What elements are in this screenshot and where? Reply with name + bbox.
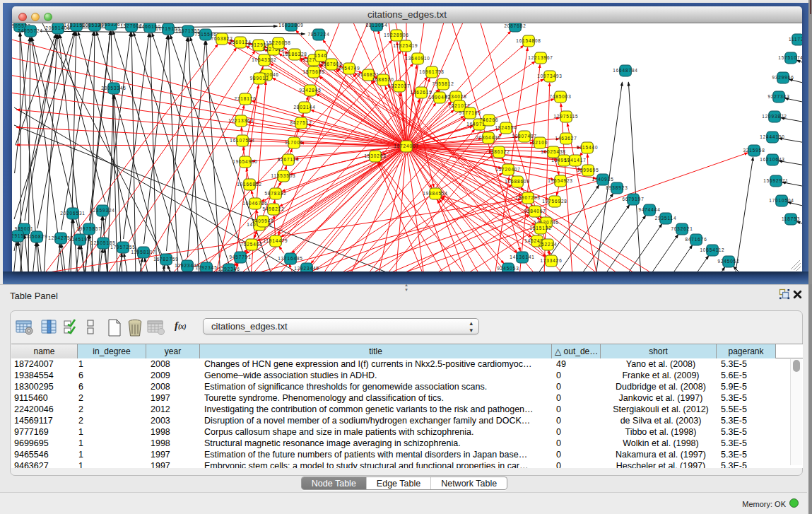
svg-text:11958107: 11958107	[131, 250, 155, 255]
svg-text:16033809: 16033809	[278, 23, 304, 28]
svg-text:5878332: 5878332	[264, 191, 286, 196]
svg-text:18907293: 18907293	[515, 195, 541, 200]
svg-text:15692971: 15692971	[763, 178, 789, 183]
svg-text:16782759: 16782759	[153, 257, 179, 262]
svg-text:19654950: 19654950	[233, 159, 258, 164]
svg-text:1941417: 1941417	[564, 158, 586, 163]
svg-text:10025438: 10025438	[541, 149, 566, 154]
svg-text:7386322: 7386322	[488, 149, 510, 154]
svg-text:16046766: 16046766	[242, 201, 268, 206]
svg-text:24055724: 24055724	[18, 28, 43, 33]
svg-text:15226058: 15226058	[266, 40, 291, 45]
svg-text:12975115: 12975115	[553, 114, 578, 119]
svg-text:111738: 111738	[789, 37, 802, 42]
svg-text:19166852: 19166852	[237, 182, 262, 187]
svg-text:11353503: 11353503	[271, 173, 295, 178]
svg-text:6679197: 6679197	[622, 197, 644, 201]
svg-text:252214: 252214	[539, 242, 558, 247]
svg-text:20364436: 20364436	[476, 135, 501, 140]
svg-text:9474444: 9474444	[638, 207, 660, 212]
svg-text:8938923: 8938923	[606, 185, 628, 190]
svg-text:28053346: 28053346	[101, 86, 126, 90]
svg-text:12359324: 12359324	[90, 208, 115, 213]
svg-text:9146821: 9146821	[357, 72, 379, 77]
svg-text:12093872: 12093872	[762, 114, 787, 119]
svg-text:9777169: 9777169	[459, 110, 481, 115]
svg-text:16154808: 16154808	[516, 38, 541, 43]
svg-text:7625402: 7625402	[240, 242, 262, 247]
svg-text:8267110: 8267110	[278, 157, 300, 162]
svg-text:7485003: 7485003	[549, 94, 571, 99]
svg-text:9329966: 9329966	[772, 75, 794, 80]
svg-text:10807487: 10807487	[512, 134, 537, 139]
svg-text:3215958: 3215958	[743, 148, 765, 153]
svg-text:19654923: 19654923	[548, 178, 573, 183]
svg-text:9384067: 9384067	[524, 209, 546, 214]
svg-text:1588520: 1588520	[372, 77, 394, 82]
svg-text:1322037: 1322037	[388, 83, 410, 88]
svg-text:1875685: 1875685	[302, 69, 324, 74]
svg-text:9245052: 9245052	[717, 259, 739, 264]
svg-text:2803144: 2803144	[293, 105, 315, 110]
svg-text:19975857: 19975857	[76, 226, 102, 231]
svg-text:1362615: 1362615	[410, 90, 432, 95]
svg-text:12923449: 12923449	[294, 266, 319, 271]
svg-text:2087682: 2087682	[504, 23, 526, 28]
svg-text:18186328: 18186328	[282, 52, 307, 57]
svg-text:18724007: 18724007	[394, 144, 419, 148]
svg-text:11325419: 11325419	[393, 43, 418, 48]
svg-text:8454749: 8454749	[338, 66, 360, 71]
svg-text:7632621: 7632621	[671, 226, 693, 231]
svg-text:10654112: 10654112	[700, 247, 724, 252]
svg-text:9734028: 9734028	[445, 94, 466, 99]
svg-text:16648784: 16648784	[613, 68, 638, 73]
svg-text:1292346: 1292346	[218, 267, 240, 271]
svg-text:5498222: 5498222	[262, 206, 284, 211]
svg-text:10688609: 10688609	[505, 179, 530, 184]
svg-text:989013: 989013	[250, 76, 269, 81]
svg-text:12213967: 12213967	[528, 55, 553, 60]
svg-text:9899695: 9899695	[577, 168, 599, 173]
svg-text:929157: 929157	[12, 233, 27, 238]
svg-text:10543362: 10543362	[252, 57, 277, 62]
svg-text:1292345: 1292345	[195, 265, 217, 270]
svg-text:9245053: 9245053	[497, 266, 519, 271]
svg-text:7857224: 7857224	[307, 32, 329, 37]
svg-text:746266: 746266	[480, 117, 499, 122]
svg-text:8427512: 8427512	[290, 120, 312, 125]
svg-text:9242845: 9242845	[299, 88, 321, 93]
svg-text:7955812: 7955812	[432, 81, 454, 86]
svg-text:1156829: 1156829	[26, 234, 48, 239]
svg-text:12444150: 12444150	[760, 134, 785, 139]
svg-text:13716485: 13716485	[278, 256, 303, 261]
svg-text:2718176: 2718176	[234, 96, 256, 101]
svg-text:14136141: 14136141	[510, 255, 535, 259]
svg-text:1145193: 1145193	[69, 237, 91, 242]
svg-text:12213363: 12213363	[228, 118, 254, 123]
svg-text:17957255: 17957255	[110, 245, 136, 250]
svg-text:11914479: 11914479	[263, 238, 288, 243]
svg-text:2935114: 2935114	[655, 216, 677, 221]
svg-text:16107554: 16107554	[230, 138, 255, 143]
svg-text:1733426: 1733426	[540, 258, 562, 263]
svg-text:15720407: 15720407	[495, 167, 521, 172]
svg-text:62100: 62100	[532, 140, 548, 145]
svg-text:17010504: 17010504	[769, 198, 794, 203]
svg-text:8471676: 8471676	[685, 237, 707, 242]
svg-text:9115440: 9115440	[577, 145, 599, 150]
svg-text:9227343: 9227343	[767, 94, 789, 99]
svg-text:10973493: 10973493	[537, 74, 563, 78]
svg-text:1463627: 1463627	[555, 136, 577, 141]
svg-text:19384554: 19384554	[423, 191, 448, 196]
svg-text:1530203: 1530203	[364, 153, 386, 158]
svg-text:19756928: 19756928	[542, 199, 567, 204]
svg-text:1824554: 1824554	[495, 125, 517, 130]
svg-text:1409948: 1409948	[252, 218, 273, 223]
svg-text:9457791: 9457791	[229, 255, 251, 259]
svg-text:16210643: 16210643	[760, 157, 785, 162]
svg-text:20206531: 20206531	[60, 211, 86, 216]
svg-text:15751074: 15751074	[778, 55, 802, 60]
svg-text:1546: 1546	[314, 53, 327, 58]
svg-text:117006: 117006	[285, 140, 303, 145]
svg-text:1440935: 1440935	[592, 177, 613, 182]
